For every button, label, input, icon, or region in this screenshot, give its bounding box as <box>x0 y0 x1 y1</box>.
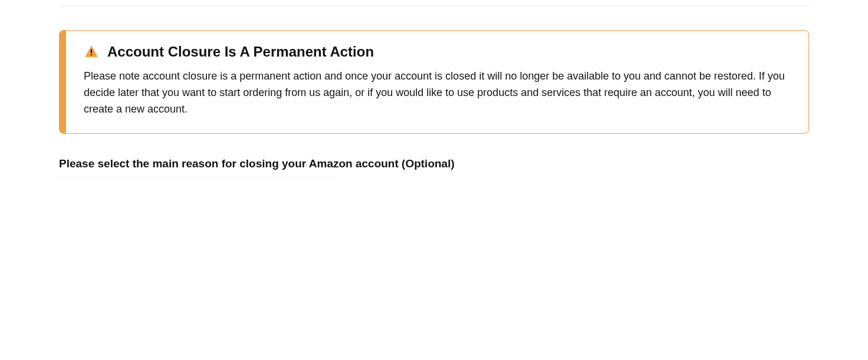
alert-body: Please note account closure is a permane… <box>84 68 791 118</box>
warning-icon <box>84 44 99 60</box>
alert-title: Account Closure Is A Permanent Action <box>107 44 374 60</box>
top-divider <box>59 6 809 6</box>
alert-header: Account Closure Is A Permanent Action <box>84 44 791 60</box>
svg-rect-0 <box>91 49 92 54</box>
reason-section: Please select the main reason for closin… <box>59 157 809 170</box>
svg-rect-1 <box>91 54 92 55</box>
permanent-action-alert: Account Closure Is A Permanent Action Pl… <box>59 30 809 134</box>
dropdown-label: Please select the main reason for closin… <box>59 157 809 170</box>
